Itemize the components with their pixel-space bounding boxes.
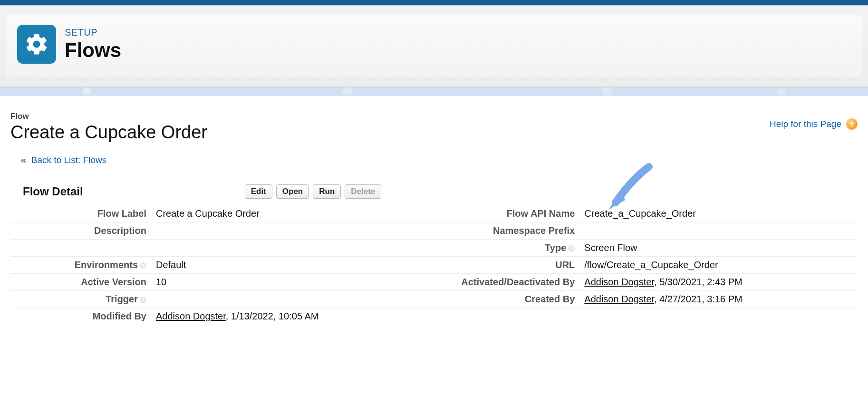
- header-card: SETUP Flows: [6, 15, 862, 77]
- help-dot-icon[interactable]: ?: [140, 297, 146, 303]
- activated-by-date: , 5/30/2021, 2:43 PM: [654, 277, 743, 287]
- page-body: Flow Create a Cupcake Order Help for thi…: [0, 96, 868, 349]
- modified-by-date: , 1/13/2022, 10:05 AM: [226, 311, 319, 321]
- flow-detail-table: Flow Label Create a Cupcake Order Flow A…: [10, 205, 858, 325]
- created-by-lbl: Created By: [437, 291, 579, 308]
- back-to-list-link[interactable]: Back to List: Flows: [31, 155, 106, 165]
- page-title: Create a Cupcake Order: [10, 122, 207, 143]
- modified-by-lbl: Modified By: [10, 308, 151, 325]
- active-version-val: 10: [151, 274, 437, 291]
- trigger-val: [151, 291, 437, 308]
- trigger-lbl: Trigger?: [10, 291, 151, 308]
- namespace-prefix-val: [579, 222, 858, 240]
- url-val: /flow/Create_a_Cupcake_Order: [579, 257, 858, 274]
- help-icon: ?: [846, 118, 858, 130]
- object-type-label: Flow: [10, 112, 207, 121]
- help-dot-icon[interactable]: ?: [568, 245, 575, 252]
- url-lbl: URL: [437, 257, 579, 274]
- chevron-left-icon: «: [21, 155, 26, 165]
- created-by-val: Addison Dogster, 4/27/2021, 3:16 PM: [579, 291, 858, 308]
- namespace-prefix-lbl: Namespace Prefix: [437, 222, 579, 240]
- table-row: Flow Label Create a Cupcake Order Flow A…: [10, 205, 858, 222]
- wave-divider: [0, 87, 868, 96]
- table-row: Description Namespace Prefix: [10, 222, 858, 240]
- table-row: Active Version 10 Activated/Deactivated …: [10, 274, 858, 291]
- created-by-date: , 4/27/2021, 3:16 PM: [654, 294, 743, 304]
- type-lbl: Type?: [437, 240, 579, 257]
- flow-label-val: Create a Cupcake Order: [151, 205, 437, 222]
- header-area: SETUP Flows: [0, 6, 868, 87]
- flow-label-lbl: Flow Label: [10, 205, 151, 222]
- breadcrumb: « Back to List: Flows: [21, 155, 858, 165]
- top-bar: [0, 0, 868, 6]
- environments-val: Default: [151, 257, 437, 274]
- delete-button: Delete: [345, 184, 381, 199]
- activated-by-val: Addison Dogster, 5/30/2021, 2:43 PM: [579, 274, 858, 291]
- gear-icon: [24, 32, 49, 57]
- description-val: [151, 222, 437, 240]
- description-lbl: Description: [10, 222, 151, 240]
- help-for-page-link[interactable]: Help for this Page ?: [770, 118, 858, 130]
- table-row: Trigger? Created By Addison Dogster, 4/2…: [10, 291, 858, 308]
- type-val: Screen Flow: [579, 240, 858, 257]
- flow-api-name-lbl: Flow API Name: [437, 205, 579, 222]
- created-by-user-link[interactable]: Addison Dogster: [584, 294, 654, 304]
- section-header: Flow Detail Edit Open Run Delete: [10, 184, 858, 202]
- modified-by-val: Addison Dogster, 1/13/2022, 10:05 AM: [151, 308, 437, 325]
- table-row: Modified By Addison Dogster, 1/13/2022, …: [10, 308, 858, 325]
- button-row: Edit Open Run Delete: [245, 184, 858, 199]
- modified-by-user-link[interactable]: Addison Dogster: [156, 311, 226, 321]
- table-row: Type? Screen Flow: [10, 240, 858, 257]
- environments-lbl: Environments?: [10, 257, 151, 274]
- header-text: SETUP Flows: [65, 27, 121, 62]
- table-row: Environments? Default URL /flow/Create_a…: [10, 257, 858, 274]
- help-link-text: Help for this Page: [770, 119, 841, 129]
- edit-button[interactable]: Edit: [245, 184, 272, 199]
- active-version-lbl: Active Version: [10, 274, 151, 291]
- open-button[interactable]: Open: [276, 184, 309, 199]
- help-dot-icon[interactable]: ?: [140, 262, 146, 269]
- run-button[interactable]: Run: [313, 184, 341, 199]
- header-title: Flows: [65, 39, 121, 62]
- activated-by-lbl: Activated/Deactivated By: [437, 274, 579, 291]
- section-title: Flow Detail: [23, 185, 83, 198]
- activated-by-user-link[interactable]: Addison Dogster: [584, 277, 654, 287]
- header-sup: SETUP: [65, 27, 121, 38]
- flow-api-name-val: Create_a_Cupcake_Order: [579, 205, 858, 222]
- setup-gear-icon: [17, 25, 56, 64]
